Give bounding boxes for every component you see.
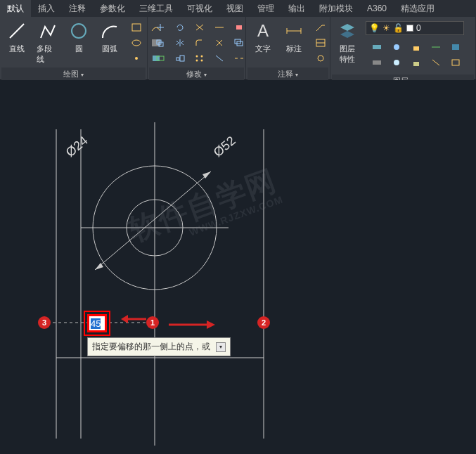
offset-tooltip: 指定要偏移的那一侧上的点，或 ▾ xyxy=(87,337,231,356)
text-icon: A xyxy=(252,20,274,42)
svg-point-34 xyxy=(394,60,399,65)
copy-icon[interactable] xyxy=(152,37,169,49)
fillet-icon[interactable] xyxy=(191,37,208,49)
arc-label: 圆弧 xyxy=(102,44,117,54)
trim-icon[interactable] xyxy=(191,21,208,34)
mirror-icon[interactable] xyxy=(172,37,188,49)
layer-state-icon[interactable] xyxy=(447,56,464,69)
arrow-right-icon xyxy=(167,318,217,332)
leader-icon[interactable] xyxy=(312,21,329,34)
tab-parametric[interactable]: 参数化 xyxy=(93,0,132,18)
tab-output[interactable]: 输出 xyxy=(281,0,312,18)
svg-point-3 xyxy=(132,40,141,46)
scale-icon[interactable] xyxy=(172,52,188,65)
rect-icon[interactable] xyxy=(128,21,145,34)
layer-thaw-icon[interactable] xyxy=(388,56,405,69)
ribbon-tabs: 默认 插入 注释 参数化 三维工具 可视化 视图 管理 输出 附加模块 A360… xyxy=(0,0,476,17)
panel-modify: 修改 xyxy=(148,17,246,79)
sun-icon: ☀ xyxy=(382,23,390,33)
point-icon[interactable] xyxy=(128,52,145,65)
tab-view[interactable]: 视图 xyxy=(219,0,250,18)
dimension-icon xyxy=(283,20,305,42)
tab-manage[interactable]: 管理 xyxy=(250,0,281,18)
bulb-icon: 💡 xyxy=(369,23,380,33)
align-icon[interactable] xyxy=(211,52,228,65)
text-label: 文字 xyxy=(255,44,271,54)
tooltip-dropdown-icon[interactable]: ▾ xyxy=(216,342,226,352)
svg-rect-33 xyxy=(373,60,381,65)
offset-icon[interactable] xyxy=(231,37,247,49)
svg-rect-29 xyxy=(373,45,381,49)
tab-annotate[interactable]: 注释 xyxy=(62,0,93,18)
svg-point-18 xyxy=(196,60,198,62)
break-icon[interactable] xyxy=(231,52,247,65)
line-label: 直线 xyxy=(9,44,25,54)
svg-rect-36 xyxy=(452,60,459,65)
svg-rect-8 xyxy=(236,25,242,30)
tab-insert[interactable]: 插入 xyxy=(31,0,62,18)
dim-24-text: Ø24 xyxy=(63,134,91,160)
svg-point-5 xyxy=(135,57,138,60)
arrow-left-icon xyxy=(120,312,148,326)
layer-match-icon[interactable] xyxy=(427,41,444,53)
layer-prev-icon[interactable] xyxy=(447,41,464,53)
polyline-button[interactable]: 多段线 xyxy=(32,18,63,66)
svg-point-28 xyxy=(318,56,323,61)
layer-lock-icon[interactable] xyxy=(408,41,425,53)
panel-layers: 图层 特性 💡 ☀ 🔓 0 xyxy=(330,17,476,79)
svg-rect-2 xyxy=(132,24,141,31)
drawing-canvas[interactable]: Ø24 Ø52 软件自学网 WWW.RJZXW.COM 指定要偏移的那一侧上的点… xyxy=(0,80,476,454)
tab-featured[interactable]: 精选应用 xyxy=(394,0,442,18)
svg-rect-35 xyxy=(413,62,419,66)
panel-annotation-title[interactable]: 注释 xyxy=(247,67,328,81)
panel-draw: 直线 多段线 圆 圆弧 绘图 xyxy=(0,17,148,79)
explode-icon[interactable] xyxy=(211,37,228,49)
layer-freeze-icon[interactable] xyxy=(388,41,405,53)
arc-button[interactable]: 圆弧 xyxy=(94,18,125,56)
layer-unlock-icon[interactable] xyxy=(408,56,425,69)
ellipse-icon[interactable] xyxy=(128,37,145,49)
layer-iso-icon[interactable] xyxy=(368,56,385,69)
layer-walk-icon[interactable] xyxy=(427,56,444,69)
circle-label: 圆 xyxy=(75,44,83,54)
svg-marker-53 xyxy=(207,320,215,329)
stretch-icon[interactable] xyxy=(152,52,169,65)
lock-icon: 🔓 xyxy=(393,23,404,33)
line-button[interactable]: 直线 xyxy=(1,18,32,56)
svg-line-20 xyxy=(216,56,223,61)
array-icon[interactable] xyxy=(191,52,208,65)
marker-3: 3 xyxy=(38,316,51,329)
layer-combo[interactable]: 💡 ☀ 🔓 0 xyxy=(366,21,464,35)
svg-point-1 xyxy=(72,24,86,38)
rotate-icon[interactable] xyxy=(172,21,188,34)
extend-icon[interactable] xyxy=(211,21,228,34)
color-swatch xyxy=(406,25,413,32)
layer-off-icon[interactable] xyxy=(368,41,385,53)
svg-rect-31 xyxy=(413,46,419,51)
layers-icon xyxy=(336,20,359,42)
table-icon[interactable] xyxy=(312,37,329,49)
layer-properties-label: 图层 特性 xyxy=(340,44,355,65)
dim-52-text: Ø52 xyxy=(211,134,238,160)
erase-icon[interactable] xyxy=(231,21,247,34)
panel-draw-title[interactable]: 绘图 xyxy=(1,67,146,81)
offset-distance-input[interactable] xyxy=(87,314,107,332)
text-button[interactable]: A 文字 xyxy=(247,18,278,56)
svg-point-30 xyxy=(394,44,399,50)
polyline-icon xyxy=(37,20,59,42)
tab-a360[interactable]: A360 xyxy=(360,1,394,16)
dimension-button[interactable]: 标注 xyxy=(278,18,309,56)
layer-properties-button[interactable]: 图层 特性 xyxy=(332,18,363,66)
tab-default[interactable]: 默认 xyxy=(0,0,31,18)
svg-point-17 xyxy=(201,56,203,58)
panel-modify-title[interactable]: 修改 xyxy=(149,67,244,81)
offset-tooltip-text: 指定要偏移的那一侧上的点，或 xyxy=(92,341,210,353)
tab-addins[interactable]: 附加模块 xyxy=(312,0,360,18)
annot-small xyxy=(309,18,332,67)
mleader-icon[interactable] xyxy=(312,52,329,65)
tab-3dtools[interactable]: 三维工具 xyxy=(132,0,180,18)
circle-button[interactable]: 圆 xyxy=(63,18,94,56)
tab-visualize[interactable]: 可视化 xyxy=(180,0,219,18)
layer-current-name: 0 xyxy=(416,23,421,33)
move-icon[interactable] xyxy=(152,21,169,34)
